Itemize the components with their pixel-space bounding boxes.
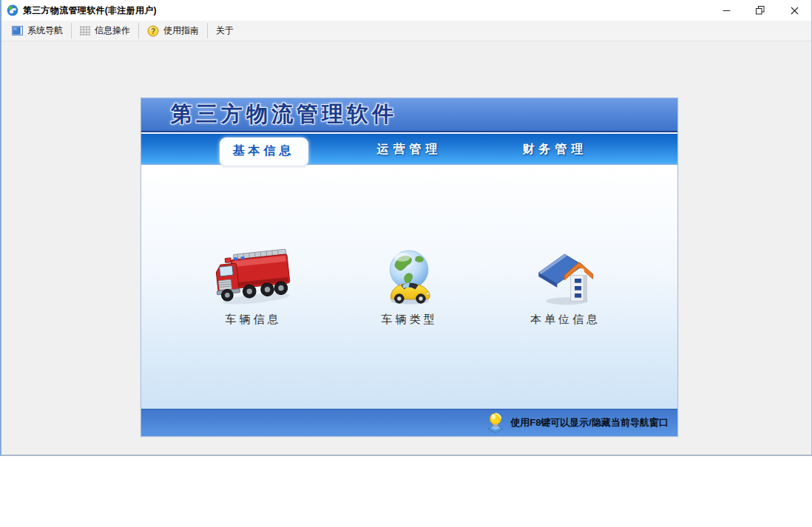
toolbar-item-label: 使用指南 bbox=[163, 24, 199, 37]
minimize-button[interactable] bbox=[709, 0, 743, 21]
toolbar-item-info-operation[interactable]: 信息操作 bbox=[73, 22, 137, 39]
navigation-panel-icon bbox=[12, 26, 23, 35]
help-icon: ? bbox=[147, 25, 159, 37]
house-icon bbox=[529, 247, 603, 306]
close-icon bbox=[791, 7, 799, 15]
window-title: 第三方物流管理软件(非注册用户) bbox=[23, 4, 157, 17]
status-bar: 使用F8键可以显示/隐藏当前导航窗口 bbox=[141, 409, 677, 436]
tab-bar: 基本信息 运营管理 财务管理 bbox=[141, 134, 677, 165]
title-bar: 第三方物流管理软件(非注册用户) bbox=[1, 0, 811, 21]
grid-icon bbox=[80, 26, 90, 35]
toolbar-separator bbox=[207, 23, 208, 38]
toolbar-item-label: 关于 bbox=[216, 24, 234, 37]
toolbar-separator bbox=[138, 23, 139, 38]
shortcuts-row: 车辆信息 bbox=[175, 247, 643, 327]
toolbar-item-label: 信息操作 bbox=[95, 24, 130, 37]
shortcut-vehicle-type[interactable]: 车辆类型 bbox=[331, 247, 487, 327]
tab-operations[interactable]: 运营管理 bbox=[377, 142, 442, 157]
shortcut-label: 车辆信息 bbox=[226, 313, 282, 327]
toolbar-item-about[interactable]: 关于 bbox=[209, 22, 240, 39]
lightbulb-icon bbox=[487, 412, 504, 434]
minimize-icon bbox=[723, 7, 731, 15]
restore-icon bbox=[756, 6, 765, 15]
app-logo-icon bbox=[7, 4, 18, 16]
shortcut-label: 本单位信息 bbox=[530, 313, 600, 327]
content-area: 车辆信息 bbox=[141, 165, 677, 409]
shortcut-label: 车辆类型 bbox=[382, 313, 438, 327]
app-window: 第三方物流管理软件(非注册用户) bbox=[0, 0, 812, 456]
fire-truck-icon bbox=[214, 247, 294, 306]
tab-slot: 基本信息 bbox=[191, 134, 336, 165]
window-controls bbox=[709, 0, 811, 21]
restore-button[interactable] bbox=[743, 0, 777, 21]
toolbar-item-user-guide[interactable]: ? 使用指南 bbox=[141, 22, 206, 39]
shortcut-company-info[interactable]: 本单位信息 bbox=[487, 247, 643, 327]
tab-slot: 运营管理 bbox=[336, 134, 482, 165]
toolbar-separator bbox=[71, 23, 72, 38]
shortcut-vehicle-info[interactable]: 车辆信息 bbox=[175, 247, 331, 327]
main-panel: 第三方物流管理软件 基本信息 运营管理 财务管理 bbox=[141, 98, 678, 437]
toolbar: 系统导航 信息操作 ? 使用指南 关于 bbox=[1, 21, 811, 41]
tab-slot: 财务管理 bbox=[482, 134, 628, 165]
panel-title: 第三方物流管理软件 bbox=[171, 100, 397, 129]
globe-car-icon bbox=[373, 247, 447, 306]
toolbar-item-label: 系统导航 bbox=[27, 24, 63, 37]
workspace: 第三方物流管理软件 基本信息 运营管理 财务管理 bbox=[1, 42, 811, 455]
svg-text:?: ? bbox=[151, 27, 155, 35]
toolbar-item-system-nav[interactable]: 系统导航 bbox=[5, 22, 70, 39]
status-text: 使用F8键可以显示/隐藏当前导航窗口 bbox=[510, 416, 669, 429]
tab-finance[interactable]: 财务管理 bbox=[523, 142, 588, 157]
panel-banner: 第三方物流管理软件 bbox=[141, 98, 677, 132]
close-button[interactable] bbox=[777, 0, 811, 21]
tab-basic-info[interactable]: 基本信息 bbox=[220, 137, 308, 166]
